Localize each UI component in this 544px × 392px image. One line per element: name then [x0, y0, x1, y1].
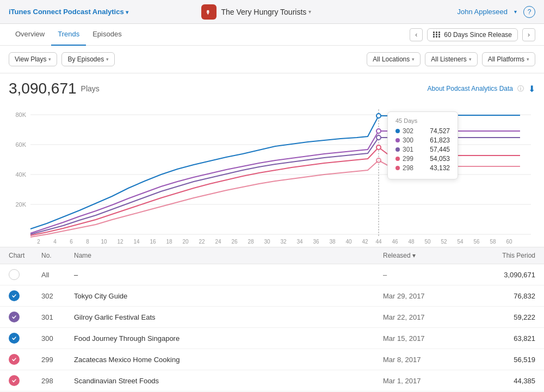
row-date-300: Mar 15, 2017: [383, 334, 470, 343]
svg-text:4: 4: [53, 239, 57, 245]
by-episodes-button[interactable]: By Episodes ▾: [61, 52, 115, 66]
brand-chevron: ▾: [126, 9, 128, 15]
svg-text:60: 60: [506, 239, 512, 245]
all-locations-button[interactable]: All Locations ▾: [367, 52, 421, 66]
all-locations-chevron-icon: ▾: [412, 57, 415, 62]
by-episodes-chevron-icon: ▾: [106, 57, 109, 62]
row-val-301: 59,222: [470, 313, 535, 321]
help-button[interactable]: ?: [523, 6, 535, 18]
podcast-chevron-icon: ▾: [308, 9, 311, 15]
sub-nav: Overview Trends Episodes ‹ 60 Days Since…: [0, 24, 544, 46]
svg-text:6: 6: [70, 239, 73, 245]
check-icon-302: [9, 290, 20, 301]
download-icon[interactable]: ⬇: [528, 84, 535, 94]
svg-text:18: 18: [166, 239, 172, 245]
row-no-302: 302: [41, 292, 74, 300]
row-name-299: Zacatecas Mexico Home Cooking: [74, 356, 383, 364]
tooltip-label-301: 301: [403, 146, 413, 153]
table-header: Chart No. Name Released ▾ This Period: [0, 247, 544, 264]
episodes-table: Chart No. Name Released ▾ This Period Al…: [0, 247, 544, 392]
svg-text:36: 36: [313, 239, 319, 245]
sub-nav-controls: ‹ 60 Days Since Release ›: [410, 28, 535, 41]
next-period-button[interactable]: ›: [522, 28, 535, 41]
svg-text:10: 10: [101, 239, 107, 245]
row-date-298: Mar 1, 2017: [383, 377, 470, 385]
about-analytics-link[interactable]: About Podcast Analytics Data: [428, 85, 513, 92]
row-name-298: Scandinavian Street Foods: [74, 377, 383, 385]
row-val-298: 44,385: [470, 377, 535, 385]
row-name-300: Food Journey Through Singapore: [74, 334, 383, 343]
svg-text:44: 44: [375, 239, 382, 245]
podcast-name[interactable]: The Very Hungry Tourists: [221, 8, 306, 16]
plays-count: 3,090,671: [9, 80, 77, 97]
tooltip-row-302: 302 74,527: [395, 127, 450, 135]
row-name-all: –: [74, 271, 383, 279]
prev-period-button[interactable]: ‹: [410, 28, 423, 41]
tooltip-row-298: 298 43,132: [395, 164, 450, 172]
row-name-301: Gilroy Garlic Festival Eats: [74, 313, 383, 321]
by-episodes-label: By Episodes: [67, 55, 104, 63]
table-row[interactable]: 298 Scandinavian Street Foods Mar 1, 201…: [0, 370, 544, 391]
podcast-icon: 🎙: [201, 4, 217, 20]
tab-overview[interactable]: Overview: [9, 24, 51, 46]
row-no-all: All: [41, 271, 74, 279]
row-date-all: –: [383, 271, 470, 279]
table-row[interactable]: 301 Gilroy Garlic Festival Eats Mar 22, …: [0, 307, 544, 328]
svg-text:48: 48: [408, 239, 415, 245]
svg-point-12: [376, 114, 381, 118]
tooltip-label-299: 299: [403, 155, 413, 163]
info-icon: ⓘ: [517, 84, 524, 94]
svg-text:24: 24: [215, 239, 221, 245]
days-period-selector[interactable]: 60 Days Since Release: [427, 28, 518, 41]
top-nav-right: John Appleseed ▾ ?: [457, 6, 535, 18]
all-listeners-button[interactable]: All Listeners ▾: [425, 52, 477, 66]
tab-episodes[interactable]: Episodes: [86, 24, 128, 46]
svg-text:40: 40: [345, 239, 352, 245]
table-row[interactable]: 302 Tokyo City Guide Mar 29, 2017 76,832: [0, 285, 544, 307]
row-no-300: 300: [41, 334, 74, 343]
view-plays-button[interactable]: View Plays ▾: [9, 52, 57, 66]
tooltip-row-300: 300 61,823: [395, 136, 450, 144]
tooltip-value-298: 43,132: [430, 164, 450, 172]
svg-text:60K: 60K: [15, 141, 26, 148]
plays-label: Plays: [81, 84, 100, 93]
svg-text:26: 26: [231, 239, 238, 245]
row-chart-all: [9, 269, 41, 280]
tab-trends[interactable]: Trends: [51, 24, 86, 46]
user-name[interactable]: John Appleseed: [457, 8, 508, 16]
svg-text:38: 38: [329, 239, 336, 245]
table-row[interactable]: 300 Food Journey Through Singapore Mar 1…: [0, 328, 544, 349]
col-name-header: Name: [74, 252, 383, 259]
svg-text:16: 16: [150, 239, 156, 245]
all-platforms-button[interactable]: All Platforms ▾: [482, 52, 535, 66]
row-date-299: Mar 8, 2017: [383, 356, 470, 364]
brand-podcast-analytics[interactable]: Podcast Analytics: [63, 8, 124, 16]
table-row[interactable]: All – – 3,090,671: [0, 264, 544, 285]
toolbar-right-filters: All Locations ▾ All Listeners ▾ All Plat…: [367, 52, 535, 66]
tooltip-dot-302: [395, 129, 400, 133]
svg-text:12: 12: [117, 239, 123, 245]
check-icon-300: [9, 333, 20, 344]
svg-text:40K: 40K: [15, 171, 26, 178]
row-chart-299: [9, 354, 41, 365]
row-no-299: 299: [41, 356, 74, 364]
tooltip-row-301: 301 57,445: [395, 146, 450, 153]
view-plays-chevron-icon: ▾: [48, 57, 51, 62]
svg-text:🎙: 🎙: [206, 10, 211, 15]
row-val-300: 63,821: [470, 334, 535, 343]
table-row[interactable]: 299 Zacatecas Mexico Home Cooking Mar 8,…: [0, 349, 544, 370]
brand: iTunes Connect Podcast Analytics ▾: [9, 8, 128, 16]
grid-icon: [433, 32, 441, 38]
brand-itunes-connect[interactable]: iTunes Connect: [9, 8, 61, 16]
svg-text:22: 22: [199, 239, 205, 245]
svg-text:52: 52: [441, 239, 447, 245]
col-period-header: This Period: [470, 252, 535, 259]
row-val-302: 76,832: [470, 292, 535, 300]
row-chart-300: [9, 333, 41, 344]
svg-text:50: 50: [424, 239, 431, 245]
tooltip-label-302: 302: [403, 127, 413, 135]
col-released-header[interactable]: Released ▾: [383, 252, 470, 259]
chart-tooltip: 45 Days 302 74,527 300 61,823 301: [387, 111, 458, 179]
user-chevron-icon: ▾: [514, 9, 517, 15]
all-listeners-label: All Listeners: [431, 55, 466, 63]
